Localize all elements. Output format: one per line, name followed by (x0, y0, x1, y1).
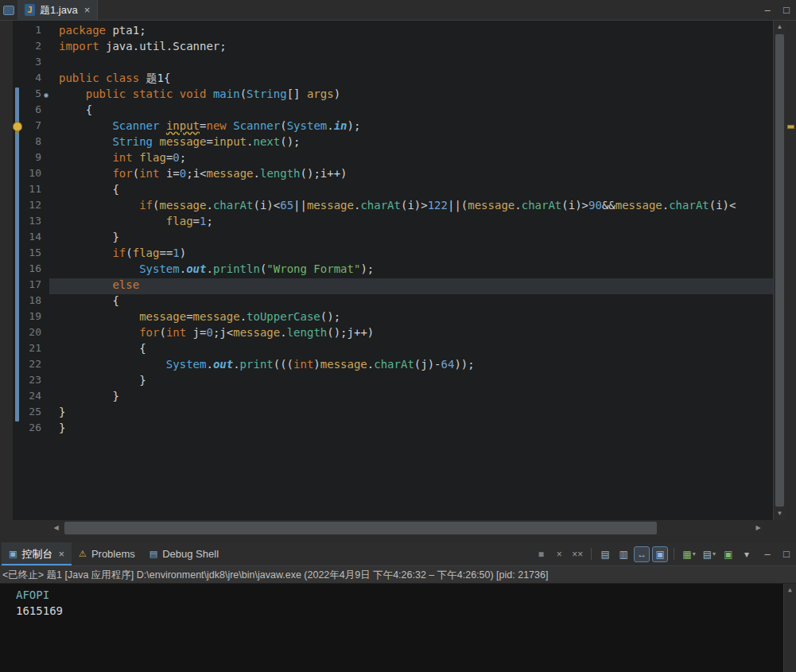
code-line[interactable]: String message=input.next(); (59, 135, 773, 151)
hscroll-track[interactable] (63, 520, 751, 536)
console-panel: ▣控制台×⚠Problems▤Debug Shell ■×××▤▥↔▣▦▾▤▾▣… (0, 542, 796, 672)
editor-main: 1234567891011121314151617181920212223242… (0, 21, 796, 520)
console-scroll-up-icon[interactable]: ▲ (784, 584, 796, 596)
console-tab-控制台[interactable]: ▣控制台× (2, 542, 72, 565)
minimize-console-icon[interactable]: – (758, 542, 777, 565)
console-icon: ▣ (9, 549, 17, 559)
new-console-view-icon[interactable]: ▣ (720, 546, 736, 562)
scroll-right-icon[interactable]: ▶ (751, 520, 765, 536)
code-line[interactable]: package pta1; (59, 24, 773, 40)
eclipse-window: J 题1.java × – □ 123456789101112131415161… (0, 0, 796, 672)
clear-console-icon[interactable]: ▤ (597, 546, 613, 562)
editor-area-icon[interactable] (3, 6, 14, 15)
toolbar-separator (591, 548, 592, 560)
console-tab-problems[interactable]: ⚠Problems (72, 542, 142, 565)
dropdown-arrow-icon: ▾ (713, 550, 716, 557)
line-number[interactable]: 26 (13, 421, 49, 437)
code-line[interactable]: { (59, 342, 773, 358)
scroll-up-icon[interactable]: ▲ (774, 21, 786, 33)
code-editor[interactable]: package pta1;import java.util.Scanner; p… (49, 21, 773, 520)
warning-icon[interactable] (13, 122, 22, 131)
console-tab-close-icon[interactable]: × (58, 548, 64, 560)
code-line[interactable]: { (59, 103, 773, 119)
code-line[interactable]: for(int i=0;i<message.length();i++) (59, 167, 773, 183)
console-tab-label: Problems (91, 548, 135, 560)
console-tab-debug-shell[interactable]: ▤Debug Shell (142, 542, 226, 565)
remove-all-launches-icon[interactable]: ×× (569, 546, 585, 562)
code-line[interactable]: if(message.charAt(i)<65||message.charAt(… (59, 199, 773, 215)
open-console-icon[interactable]: ▦▾ (680, 546, 697, 562)
editor-gutter[interactable]: 1234567891011121314151617181920212223242… (13, 21, 49, 520)
code-line[interactable]: System.out.println("Wrong Format"); (59, 262, 773, 278)
terminate-icon[interactable]: ■ (533, 546, 549, 562)
console-tabs: ▣控制台×⚠Problems▤Debug Shell (2, 542, 226, 565)
method-range-indicator (15, 87, 19, 421)
hscroll-right-gap (765, 520, 796, 536)
console-tab-label: 控制台 (21, 547, 52, 561)
code-line[interactable]: flag=1; (59, 215, 773, 231)
code-line[interactable]: import java.util.Scanner; (59, 40, 773, 56)
code-line[interactable]: } (59, 406, 773, 421)
maximize-console-icon[interactable]: □ (777, 542, 796, 565)
scroll-down-icon[interactable]: ▼ (774, 507, 786, 520)
console-tab-label: Debug Shell (162, 548, 219, 560)
toolbar-separator (674, 548, 674, 560)
code-line[interactable]: message=message.toUpperCase(); (59, 310, 773, 326)
editor-tab-bar: J 题1.java × – □ (0, 0, 796, 21)
hscroll-left-gap (0, 520, 49, 536)
scroll-lock-icon[interactable]: ▥ (615, 546, 631, 562)
code-lines: package pta1;import java.util.Scanner; p… (59, 24, 773, 437)
code-line[interactable]: if(flag==1) (59, 247, 773, 262)
console-line-stdout: 1615169 (16, 603, 796, 619)
vertical-scroll-thumb[interactable] (775, 34, 784, 507)
line-number[interactable]: 2 (13, 40, 49, 56)
editor-vertical-scrollbar[interactable]: ▲ ▼ (773, 21, 786, 520)
scroll-left-icon[interactable]: ◀ (49, 520, 63, 536)
editor-left-trim (0, 21, 13, 520)
code-line[interactable]: else (49, 278, 773, 294)
editor-tab-title: 题1.java (40, 3, 78, 17)
code-line[interactable] (59, 56, 773, 72)
code-line[interactable]: Scanner input=new Scanner(System.in); (59, 119, 773, 135)
overview-warning-marker[interactable] (787, 125, 794, 129)
display-console-icon[interactable]: ▤▾ (701, 546, 718, 562)
editor-horizontal-scrollbar: ◀ ▶ (0, 520, 796, 536)
debug-shell-icon: ▤ (149, 549, 157, 559)
line-number[interactable]: 3 (13, 56, 49, 72)
tabbar-spacer (98, 0, 758, 20)
code-line[interactable]: } (59, 374, 773, 390)
line-number[interactable]: 4 (13, 72, 49, 87)
code-line[interactable]: } (59, 231, 773, 247)
console-process-header: <已终止> 题1 [Java 应用程序] D:\environment\jdk8… (0, 566, 796, 584)
minimize-editor-icon[interactable]: – (758, 0, 777, 20)
console-scrollbar[interactable]: ▲ (783, 584, 796, 672)
code-line[interactable]: { (59, 294, 773, 310)
code-line[interactable]: for(int j=0;j<message.length();j++) (59, 326, 773, 342)
console-tab-bar: ▣控制台×⚠Problems▤Debug Shell ■×××▤▥↔▣▦▾▤▾▣… (0, 542, 796, 566)
console-toolbar: ■×××▤▥↔▣▦▾▤▾▣▾ (533, 542, 758, 565)
launch-marker-dot (44, 93, 49, 98)
tab-close-icon[interactable]: × (84, 4, 91, 16)
dropdown-arrow-icon: ▾ (693, 550, 696, 557)
overview-ruler[interactable] (786, 21, 796, 520)
problems-icon: ⚠ (79, 549, 87, 559)
editor-tab[interactable]: J 题1.java × (17, 0, 98, 20)
console-lines: AFOPI1615169 (16, 587, 796, 619)
panel-sash[interactable] (0, 536, 796, 542)
code-line[interactable]: public class 题1{ (59, 72, 773, 87)
code-line[interactable]: System.out.print(((int)message.charAt(j)… (59, 358, 773, 374)
console-output: AFOPI1615169 ▲ (0, 584, 796, 672)
line-number[interactable]: 1 (13, 24, 49, 40)
code-line[interactable]: { (59, 183, 773, 199)
maximize-editor-icon[interactable]: □ (777, 0, 796, 20)
code-line[interactable]: int flag=0; (59, 151, 773, 167)
word-wrap-icon[interactable]: ↔ (634, 546, 650, 562)
horizontal-scroll-thumb[interactable] (64, 522, 657, 534)
code-line[interactable]: public static void main(String[] args) (59, 87, 773, 103)
remove-launch-icon[interactable]: × (551, 546, 567, 562)
pin-console-icon[interactable]: ▣ (652, 546, 668, 562)
code-line[interactable]: } (59, 421, 773, 437)
console-line-stdin: AFOPI (16, 587, 796, 603)
view-menu-icon[interactable]: ▾ (739, 546, 755, 562)
code-line[interactable]: } (59, 390, 773, 406)
